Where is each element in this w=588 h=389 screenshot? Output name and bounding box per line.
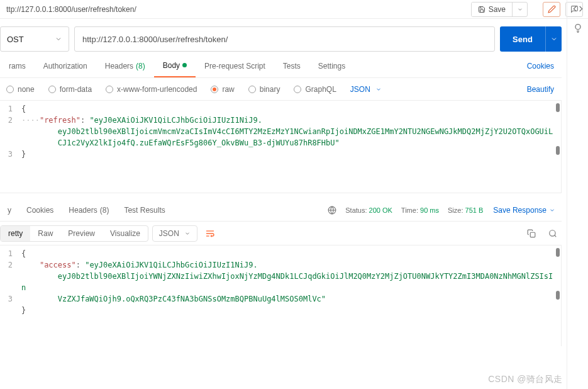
http-method-select[interactable]: OST	[0, 26, 69, 52]
view-pretty[interactable]: retty	[1, 226, 30, 241]
chevron-down-icon	[184, 230, 191, 237]
body-format-select[interactable]: JSON	[344, 85, 388, 94]
resp-tab-headers-count: (8)	[100, 206, 109, 215]
tab-params[interactable]: rams	[0, 54, 35, 77]
right-sidebar	[567, 0, 588, 389]
save-button[interactable]: Save	[472, 3, 512, 16]
request-url-value: http://127.0.0.1:8000/user/refresh/token…	[82, 35, 228, 44]
tab-tests[interactable]: Tests	[274, 54, 309, 77]
request-url-input[interactable]: http://127.0.0.1:8000/user/refresh/token…	[74, 26, 495, 52]
response-code: { "access": "eyJ0eXAiOiJKV1QiLCJhbGciOiJ…	[16, 245, 561, 346]
svg-rect-7	[530, 232, 535, 237]
view-preview[interactable]: Preview	[60, 226, 103, 241]
send-button-group: Send	[500, 26, 562, 52]
request-body-editor[interactable]: 123 { ····"refresh": "eyJ0eXAiOiJKV1QiLC…	[0, 101, 562, 193]
scrollbar-thumb[interactable]	[556, 291, 560, 300]
body-type-none[interactable]: none	[0, 85, 41, 94]
globe-icon[interactable]	[328, 206, 336, 215]
lightbulb-icon	[573, 23, 583, 33]
request-gutter: 123	[0, 101, 16, 193]
view-raw[interactable]: Raw	[30, 226, 60, 241]
resp-tab-headers[interactable]: Headers (8)	[61, 199, 116, 221]
body-type-binary-label: binary	[260, 85, 280, 94]
code-icon	[573, 4, 583, 14]
body-format-value: JSON	[350, 85, 370, 94]
body-type-binary[interactable]: binary	[242, 85, 287, 94]
time-block[interactable]: Time: 90 ms	[401, 206, 439, 214]
status-block[interactable]: Status: 200 OK	[345, 206, 392, 214]
body-type-none-label: none	[18, 85, 35, 94]
svg-point-8	[550, 230, 555, 235]
tab-body-indicator	[182, 63, 187, 67]
tab-settings[interactable]: Settings	[309, 54, 354, 77]
radio-icon	[48, 86, 56, 93]
wrap-lines-button[interactable]	[201, 225, 219, 242]
resp-tab-cookies[interactable]: Cookies	[19, 199, 61, 221]
pencil-icon	[548, 5, 556, 13]
copy-icon	[527, 229, 536, 238]
response-format-value: JSON	[159, 229, 179, 238]
floppy-icon	[478, 6, 485, 13]
wrap-icon	[205, 228, 215, 239]
resp-tab-headers-label: Headers	[69, 206, 97, 215]
scrollbar-thumb[interactable]	[556, 248, 560, 257]
save-button-group: Save	[471, 2, 528, 17]
svg-line-9	[555, 235, 557, 237]
edit-button[interactable]	[543, 2, 560, 17]
send-caret[interactable]	[545, 26, 562, 52]
search-icon	[548, 229, 557, 238]
response-gutter: 123	[0, 245, 16, 346]
tab-authorization[interactable]: Authorization	[35, 54, 96, 77]
tab-url: ttp://127.0.0.1:8000/user/refresh/token/	[5, 5, 471, 14]
radio-icon	[106, 86, 113, 93]
chevron-down-icon	[550, 35, 558, 43]
radio-icon	[294, 86, 301, 93]
tips-button[interactable]	[573, 23, 583, 33]
scrollbar-thumb[interactable]	[556, 146, 560, 155]
response-tabs: y Cookies Headers (8) Test Results Statu…	[0, 199, 562, 222]
body-type-raw[interactable]: raw	[204, 85, 240, 94]
radio-icon	[6, 86, 14, 93]
body-type-row: none form-data x-www-form-urlencoded raw…	[0, 78, 562, 101]
tab-body-label: Body	[163, 61, 180, 70]
code-panel-button[interactable]	[573, 4, 583, 14]
request-code: { ····"refresh": "eyJ0eXAiOiJKV1QiLCJhbG…	[16, 101, 561, 193]
beautify-link[interactable]: Beautify	[519, 85, 562, 94]
cookies-link[interactable]: Cookies	[519, 62, 562, 70]
body-type-formdata-label: form-data	[60, 85, 92, 94]
http-method-value: OST	[7, 35, 24, 44]
chevron-down-icon	[55, 35, 62, 43]
tab-headers[interactable]: Headers (8)	[96, 54, 154, 77]
chevron-down-icon	[375, 86, 382, 93]
splitter[interactable]	[0, 193, 562, 199]
tab-body[interactable]: Body	[154, 54, 196, 77]
tab-headers-count: (8)	[136, 62, 145, 70]
body-type-urlencoded-label: x-www-form-urlencoded	[117, 85, 197, 94]
view-mode-segment: retty Raw Preview Visualize	[0, 225, 148, 242]
body-type-urlencoded[interactable]: x-www-form-urlencoded	[99, 85, 203, 94]
copy-response-button[interactable]	[523, 225, 540, 242]
save-caret[interactable]	[512, 3, 527, 16]
status-area: Status: 200 OK Time: 90 ms Size: 751 B	[328, 206, 487, 215]
scrollbar-thumb[interactable]	[556, 103, 560, 112]
view-visualize[interactable]: Visualize	[103, 226, 148, 241]
body-type-formdata[interactable]: form-data	[42, 85, 98, 94]
resp-tab-tests[interactable]: Test Results	[116, 199, 172, 221]
save-response-button[interactable]: Save Response	[487, 206, 562, 215]
radio-icon	[211, 86, 218, 93]
tab-prerequest[interactable]: Pre-request Script	[196, 54, 274, 77]
radio-icon	[248, 86, 256, 93]
resp-tab-body[interactable]: y	[0, 199, 19, 221]
response-toolbar: retty Raw Preview Visualize JSON	[0, 222, 562, 245]
search-response-button[interactable]	[544, 225, 562, 242]
size-block[interactable]: Size: 751 B	[448, 206, 483, 214]
response-format-select[interactable]: JSON	[152, 225, 197, 242]
svg-point-0	[575, 25, 580, 30]
chevron-down-icon	[549, 207, 555, 213]
response-body-editor[interactable]: 123 { "access": "eyJ0eXAiOiJKV1QiLCJhbGc…	[0, 245, 562, 346]
body-type-raw-label: raw	[222, 85, 234, 94]
send-button[interactable]: Send	[500, 26, 545, 52]
tab-headers-label: Headers	[105, 62, 133, 70]
body-type-graphql-label: GraphQL	[305, 85, 336, 94]
body-type-graphql[interactable]: GraphQL	[287, 85, 342, 94]
